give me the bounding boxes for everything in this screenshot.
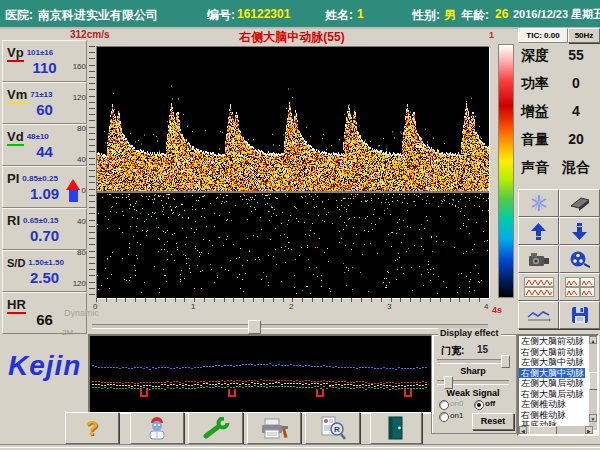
video-button[interactable] bbox=[559, 245, 600, 273]
trend-canvas bbox=[90, 336, 428, 408]
up-arrow-icon bbox=[531, 223, 546, 240]
save-button[interactable] bbox=[559, 301, 600, 329]
sd-ref: 1.50±1.50 bbox=[28, 258, 64, 267]
frequency-button[interactable]: 50Hz bbox=[568, 28, 600, 43]
exit-button[interactable] bbox=[370, 412, 422, 444]
radio-on0[interactable] bbox=[439, 400, 449, 410]
artery-list-item[interactable]: 左侧大脑前动脉 bbox=[519, 336, 585, 347]
vm-ref: 71±13 bbox=[30, 90, 52, 99]
radio-off[interactable] bbox=[474, 400, 484, 410]
floppy-disk-icon bbox=[571, 306, 589, 324]
hr-label: HR bbox=[7, 297, 26, 314]
velocity-ruler bbox=[89, 46, 95, 297]
patient-info-bar: 医院: 南京科进实业有限公司 编号: 16122301 姓名: 1 性别: 男 … bbox=[0, 0, 600, 29]
radio-off-label: off bbox=[485, 399, 495, 408]
gate-width-label: 门宽: bbox=[441, 344, 464, 358]
trend-mode-label: 2M bbox=[62, 328, 73, 337]
artery-list-item[interactable]: 左侧椎动脉 bbox=[519, 399, 585, 410]
door-icon bbox=[386, 415, 406, 441]
gate-slider-track[interactable] bbox=[437, 359, 509, 364]
artery-list[interactable]: 左侧大脑前动脉右侧大脑前动脉左侧大脑中动脉右侧大脑中动脉左侧大脑后动脉右侧大脑后… bbox=[517, 334, 599, 436]
hospital-name: 南京科进实业有限公司 bbox=[38, 7, 158, 24]
dual-display-icon bbox=[524, 277, 554, 297]
y-tick: 40 bbox=[64, 217, 86, 226]
printer-icon bbox=[259, 417, 289, 440]
doppler-spectrogram bbox=[96, 46, 490, 299]
freeze-button[interactable] bbox=[518, 189, 559, 217]
sharp-label: Sharp bbox=[431, 366, 515, 376]
settings-button[interactable] bbox=[188, 412, 243, 444]
artery-list-item[interactable]: 右侧大脑前动脉 bbox=[519, 347, 585, 358]
param-row: 功率0 bbox=[518, 72, 598, 100]
quad-display-button[interactable] bbox=[559, 273, 600, 301]
intensity-colorbar bbox=[498, 44, 514, 298]
param-row: 深度55 bbox=[518, 44, 598, 72]
vm-label: Vm bbox=[7, 87, 27, 104]
pi-ref: 0.85±0.25 bbox=[22, 174, 58, 183]
param-row: 音量20 bbox=[518, 128, 598, 156]
time-span-label: 4s bbox=[492, 305, 502, 315]
patient-icon bbox=[144, 416, 170, 440]
probe-button[interactable] bbox=[559, 189, 600, 217]
patient-button[interactable] bbox=[130, 412, 184, 444]
channel-index-label: 1 bbox=[489, 30, 494, 40]
y-tick: 80 bbox=[64, 248, 86, 257]
ri-value: 0.70 bbox=[3, 227, 86, 244]
print-button[interactable] bbox=[247, 412, 301, 444]
trend-curve-icon bbox=[527, 308, 551, 322]
baseline-marker[interactable] bbox=[69, 190, 78, 202]
trend-curve-button[interactable] bbox=[518, 301, 559, 329]
patient-name-label: 姓名: bbox=[325, 7, 353, 24]
vessel-title: 右侧大脑中动脉(55) bbox=[96, 29, 488, 46]
vd-ref: 48±10 bbox=[27, 132, 49, 141]
gate-width-value: 15 bbox=[477, 344, 488, 355]
report-button[interactable]: R bbox=[305, 412, 360, 444]
y-tick: 40 bbox=[64, 155, 86, 164]
report-magnifier-icon: R bbox=[319, 416, 346, 440]
tic-value: TIC: 0.00 bbox=[518, 28, 568, 43]
artery-list-vscrollbar[interactable]: ▲ ▼ bbox=[589, 336, 597, 430]
y-tick: 160 bbox=[64, 62, 86, 71]
question-icon: ? bbox=[86, 417, 98, 440]
probe-icon bbox=[570, 196, 590, 211]
radio-on1-label: on1 bbox=[450, 411, 463, 420]
snapshot-button[interactable] bbox=[518, 245, 559, 273]
scale-up-button[interactable] bbox=[518, 217, 559, 245]
dynamic-mode-label: Dynamic bbox=[64, 308, 99, 318]
reset-button[interactable]: Reset bbox=[472, 413, 514, 430]
artery-list-item[interactable]: 右侧大脑后动脉 bbox=[519, 389, 585, 400]
film-reel-icon bbox=[569, 251, 590, 268]
scale-down-button[interactable] bbox=[559, 217, 600, 245]
pi-label: PI bbox=[7, 171, 19, 186]
y-tick: 80 bbox=[64, 124, 86, 133]
time-scroll-track[interactable] bbox=[92, 324, 488, 329]
vp-label: Vp bbox=[7, 45, 24, 62]
artery-list-item[interactable]: 右侧大脑中动脉 bbox=[519, 368, 585, 379]
time-scroll-thumb[interactable] bbox=[248, 320, 261, 334]
artery-list-item[interactable]: 左侧大脑后动脉 bbox=[519, 378, 585, 389]
snowflake-icon bbox=[530, 194, 548, 212]
param-row: 声音混合 bbox=[518, 156, 598, 184]
quad-display-icon bbox=[565, 277, 595, 297]
x-tick: 2 bbox=[289, 302, 293, 311]
y-tick: 120 bbox=[64, 93, 86, 102]
radio-on1[interactable] bbox=[439, 412, 449, 422]
x-tick: 1 bbox=[191, 302, 195, 311]
help-button[interactable]: ? bbox=[65, 412, 119, 444]
sex-value: 男 bbox=[444, 7, 456, 24]
svg-text:R: R bbox=[334, 425, 340, 434]
dual-display-button[interactable] bbox=[518, 273, 559, 301]
sex-label: 性别: bbox=[412, 7, 440, 24]
param-box-vp: Vp101±16 110 bbox=[2, 40, 87, 82]
ri-ref: 0.65±0.15 bbox=[23, 216, 59, 225]
x-tick: 3 bbox=[387, 302, 391, 311]
hospital-label: 医院: bbox=[5, 7, 33, 24]
wrench-icon bbox=[201, 417, 231, 439]
y-tick: 120 bbox=[64, 279, 86, 288]
artery-list-item[interactable]: 左侧大脑中动脉 bbox=[519, 357, 585, 368]
artery-list-hscrollbar[interactable]: ◀ ▶ bbox=[519, 426, 593, 434]
artery-list-item[interactable]: 右侧椎动脉 bbox=[519, 410, 585, 421]
baseline-arrow-icon[interactable] bbox=[66, 179, 80, 190]
patient-name: 1 bbox=[357, 7, 364, 21]
radio-on0-label: on0 bbox=[450, 399, 463, 408]
